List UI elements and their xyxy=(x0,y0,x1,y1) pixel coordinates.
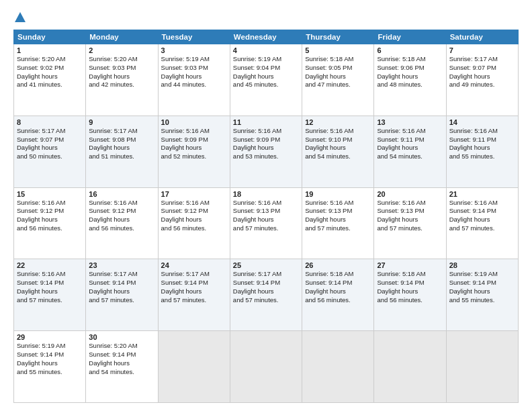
cell-content: Sunrise: 5:16 AMSunset: 9:11 PMDaylight … xyxy=(449,127,515,161)
logo-text xyxy=(13,11,27,23)
day-number: 21 xyxy=(449,190,515,198)
cell-content: Sunrise: 5:16 AMSunset: 9:11 PMDaylight … xyxy=(377,127,443,161)
table-row: 11Sunrise: 5:16 AMSunset: 9:09 PMDayligh… xyxy=(230,116,302,187)
cell-content: Sunrise: 5:16 AMSunset: 9:13 PMDaylight … xyxy=(233,199,299,233)
logo xyxy=(13,11,27,23)
logo-sail-icon xyxy=(14,11,26,24)
table-row: 3Sunrise: 5:19 AMSunset: 9:03 PMDaylight… xyxy=(158,44,230,116)
cell-content: Sunrise: 5:16 AMSunset: 9:12 PMDaylight … xyxy=(17,199,83,233)
table-row xyxy=(446,331,518,403)
cell-content: Sunrise: 5:16 AMSunset: 9:09 PMDaylight … xyxy=(233,127,299,161)
cell-content: Sunrise: 5:17 AMSunset: 9:14 PMDaylight … xyxy=(89,270,154,304)
table-row xyxy=(230,331,302,403)
day-number: 30 xyxy=(89,333,154,341)
cell-content: Sunrise: 5:16 AMSunset: 9:14 PMDaylight … xyxy=(17,270,83,304)
table-row: 13Sunrise: 5:16 AMSunset: 9:11 PMDayligh… xyxy=(374,116,446,187)
day-number: 16 xyxy=(89,190,154,198)
cell-content: Sunrise: 5:16 AMSunset: 9:12 PMDaylight … xyxy=(161,199,227,233)
calendar-table: Sunday Monday Tuesday Wednesday Thursday… xyxy=(13,30,519,403)
cell-content: Sunrise: 5:16 AMSunset: 9:13 PMDaylight … xyxy=(377,199,443,233)
cell-content: Sunrise: 5:16 AMSunset: 9:13 PMDaylight … xyxy=(305,199,371,233)
cell-content: Sunrise: 5:20 AMSunset: 9:03 PMDaylight … xyxy=(89,55,154,89)
week-row-4: 22Sunrise: 5:16 AMSunset: 9:14 PMDayligh… xyxy=(14,259,519,331)
table-row: 2Sunrise: 5:20 AMSunset: 9:03 PMDaylight… xyxy=(86,44,158,116)
table-row: 23Sunrise: 5:17 AMSunset: 9:14 PMDayligh… xyxy=(86,259,158,331)
header-row: Sunday Monday Tuesday Wednesday Thursday… xyxy=(14,30,519,44)
page: Sunday Monday Tuesday Wednesday Thursday… xyxy=(0,0,532,411)
table-row: 22Sunrise: 5:16 AMSunset: 9:14 PMDayligh… xyxy=(14,259,86,331)
table-row: 8Sunrise: 5:17 AMSunset: 9:07 PMDaylight… xyxy=(14,116,86,187)
cell-content: Sunrise: 5:17 AMSunset: 9:07 PMDaylight … xyxy=(449,55,515,89)
table-row: 10Sunrise: 5:16 AMSunset: 9:09 PMDayligh… xyxy=(158,116,230,187)
day-number: 25 xyxy=(233,261,299,269)
day-number: 22 xyxy=(17,261,83,269)
day-number: 9 xyxy=(89,118,154,126)
cell-content: Sunrise: 5:19 AMSunset: 9:14 PMDaylight … xyxy=(449,270,515,304)
col-wednesday: Wednesday xyxy=(230,30,302,44)
day-number: 2 xyxy=(89,46,154,54)
table-row xyxy=(158,331,230,403)
table-row: 14Sunrise: 5:16 AMSunset: 9:11 PMDayligh… xyxy=(446,116,518,187)
cell-content: Sunrise: 5:16 AMSunset: 9:09 PMDaylight … xyxy=(161,127,227,161)
day-number: 24 xyxy=(161,261,227,269)
day-number: 14 xyxy=(449,118,515,126)
table-row: 7Sunrise: 5:17 AMSunset: 9:07 PMDaylight… xyxy=(446,44,518,116)
table-row: 20Sunrise: 5:16 AMSunset: 9:13 PMDayligh… xyxy=(374,187,446,259)
cell-content: Sunrise: 5:18 AMSunset: 9:06 PMDaylight … xyxy=(377,55,443,89)
table-row: 1Sunrise: 5:20 AMSunset: 9:02 PMDaylight… xyxy=(14,44,86,116)
cell-content: Sunrise: 5:17 AMSunset: 9:14 PMDaylight … xyxy=(233,270,299,304)
day-number: 11 xyxy=(233,118,299,126)
svg-marker-0 xyxy=(15,12,26,22)
cell-content: Sunrise: 5:17 AMSunset: 9:07 PMDaylight … xyxy=(17,127,83,161)
header xyxy=(13,11,519,23)
cell-content: Sunrise: 5:19 AMSunset: 9:14 PMDaylight … xyxy=(17,342,83,376)
week-row-1: 1Sunrise: 5:20 AMSunset: 9:02 PMDaylight… xyxy=(14,44,519,116)
day-number: 10 xyxy=(161,118,227,126)
day-number: 3 xyxy=(161,46,227,54)
table-row xyxy=(302,331,374,403)
day-number: 19 xyxy=(305,190,371,198)
col-friday: Friday xyxy=(374,30,446,44)
day-number: 8 xyxy=(17,118,83,126)
day-number: 7 xyxy=(449,46,515,54)
day-number: 20 xyxy=(377,190,443,198)
day-number: 6 xyxy=(377,46,443,54)
table-row: 17Sunrise: 5:16 AMSunset: 9:12 PMDayligh… xyxy=(158,187,230,259)
day-number: 15 xyxy=(17,190,83,198)
table-row: 29Sunrise: 5:19 AMSunset: 9:14 PMDayligh… xyxy=(14,331,86,403)
col-monday: Monday xyxy=(86,30,158,44)
day-number: 29 xyxy=(17,333,83,341)
table-row: 25Sunrise: 5:17 AMSunset: 9:14 PMDayligh… xyxy=(230,259,302,331)
cell-content: Sunrise: 5:18 AMSunset: 9:14 PMDaylight … xyxy=(377,270,443,304)
col-sunday: Sunday xyxy=(14,30,86,44)
cell-content: Sunrise: 5:16 AMSunset: 9:10 PMDaylight … xyxy=(305,127,371,161)
cell-content: Sunrise: 5:16 AMSunset: 9:14 PMDaylight … xyxy=(449,199,515,233)
table-row: 6Sunrise: 5:18 AMSunset: 9:06 PMDaylight… xyxy=(374,44,446,116)
table-row: 9Sunrise: 5:17 AMSunset: 9:08 PMDaylight… xyxy=(86,116,158,187)
week-row-3: 15Sunrise: 5:16 AMSunset: 9:12 PMDayligh… xyxy=(14,187,519,259)
table-row: 21Sunrise: 5:16 AMSunset: 9:14 PMDayligh… xyxy=(446,187,518,259)
cell-content: Sunrise: 5:18 AMSunset: 9:14 PMDaylight … xyxy=(305,270,371,304)
table-row: 24Sunrise: 5:17 AMSunset: 9:14 PMDayligh… xyxy=(158,259,230,331)
table-row: 26Sunrise: 5:18 AMSunset: 9:14 PMDayligh… xyxy=(302,259,374,331)
cell-content: Sunrise: 5:19 AMSunset: 9:03 PMDaylight … xyxy=(161,55,227,89)
table-row: 4Sunrise: 5:19 AMSunset: 9:04 PMDaylight… xyxy=(230,44,302,116)
day-number: 12 xyxy=(305,118,371,126)
cell-content: Sunrise: 5:17 AMSunset: 9:14 PMDaylight … xyxy=(161,270,227,304)
day-number: 13 xyxy=(377,118,443,126)
table-row xyxy=(374,331,446,403)
col-thursday: Thursday xyxy=(302,30,374,44)
day-number: 23 xyxy=(89,261,154,269)
day-number: 27 xyxy=(377,261,443,269)
week-row-5: 29Sunrise: 5:19 AMSunset: 9:14 PMDayligh… xyxy=(14,331,519,403)
table-row: 27Sunrise: 5:18 AMSunset: 9:14 PMDayligh… xyxy=(374,259,446,331)
table-row: 12Sunrise: 5:16 AMSunset: 9:10 PMDayligh… xyxy=(302,116,374,187)
cell-content: Sunrise: 5:17 AMSunset: 9:08 PMDaylight … xyxy=(89,127,154,161)
cell-content: Sunrise: 5:20 AMSunset: 9:14 PMDaylight … xyxy=(89,342,154,376)
table-row: 30Sunrise: 5:20 AMSunset: 9:14 PMDayligh… xyxy=(86,331,158,403)
cell-content: Sunrise: 5:16 AMSunset: 9:12 PMDaylight … xyxy=(89,199,154,233)
table-row: 15Sunrise: 5:16 AMSunset: 9:12 PMDayligh… xyxy=(14,187,86,259)
table-row: 19Sunrise: 5:16 AMSunset: 9:13 PMDayligh… xyxy=(302,187,374,259)
cell-content: Sunrise: 5:19 AMSunset: 9:04 PMDaylight … xyxy=(233,55,299,89)
table-row: 18Sunrise: 5:16 AMSunset: 9:13 PMDayligh… xyxy=(230,187,302,259)
